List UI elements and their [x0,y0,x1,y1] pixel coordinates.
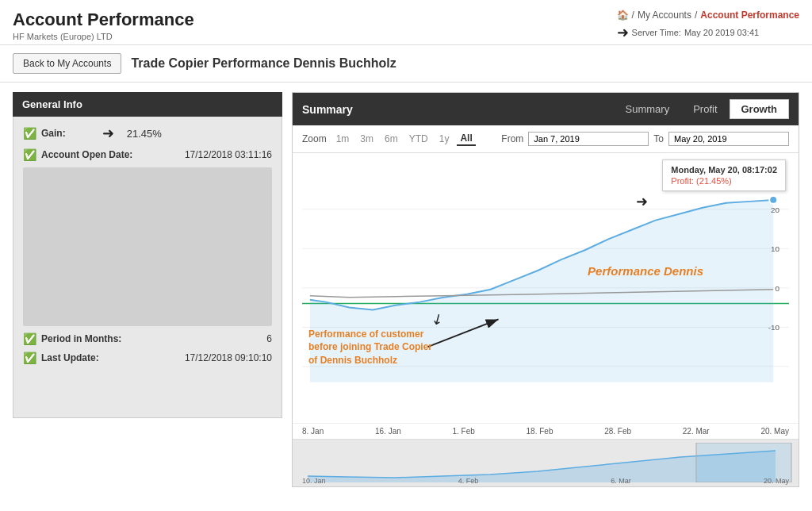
main-content: General Info ✅ Gain: ➜ 21.45% ✅ Account … [0,83,812,497]
toolbar: Back to My Accounts Trade Copier Perform… [0,45,812,83]
from-date-input[interactable] [528,132,649,146]
gain-label: Gain: [41,128,66,139]
zoom-all[interactable]: All [457,132,475,146]
x-label-2: 1. Feb [452,427,474,436]
zoom-bar: Zoom 1m 3m 6m YTD 1y All From To [293,125,799,153]
to-date-input[interactable] [668,132,789,146]
back-button[interactable]: Back to My Accounts [13,53,121,74]
header-right: 🏠 / My Accounts / Account Performance ➜ … [617,10,799,41]
period-check-icon: ✅ [23,332,36,345]
mini-x-2: 6. Mar [611,477,631,485]
general-info-header: General Info [13,92,282,117]
home-icon[interactable]: 🏠 [617,10,629,21]
gain-value: 21.45% [127,128,162,140]
annotation-dennis: Performance Dennis [588,264,703,278]
trade-copier-title: Trade Copier Performance Dennis Buchholz [131,56,396,71]
breadcrumb-sep2: / [695,10,697,21]
info-bottom: ✅ Period in Months: 6 ✅ Last Update: 17/… [23,332,272,364]
breadcrumb-my-accounts[interactable]: My Accounts [638,10,691,21]
breadcrumb-sep1: / [632,10,634,21]
server-time-label: Server Time: [632,28,681,37]
mini-x-labels: 10. Jan 4. Feb 6. Mar 20. May [293,477,799,485]
header-left: Account Performance HF Markets (Europe) … [13,10,194,41]
chart-container: Summary Summary Profit Growth Zoom 1m 3m… [292,92,799,487]
last-update-value: 17/12/2018 09:10:10 [185,352,272,363]
mini-x-0: 10. Jan [302,477,326,485]
chart-header-title: Summary [302,103,353,116]
mini-x-1: 4. Feb [458,477,479,485]
last-update-check-icon: ✅ [23,352,36,364]
chart-header: Summary Summary Profit Growth [293,93,799,125]
tab-summary[interactable]: Summary [614,99,682,119]
x-label-1: 16. Jan [375,427,401,436]
date-range: From To [501,132,789,146]
tooltip-profit: Profit: (21.45%) [671,176,777,186]
gain-arrow-icon: ➜ [102,125,114,142]
svg-point-11 [769,196,777,204]
open-date-label: Account Open Date: [41,149,132,160]
period-value: 6 [266,333,272,344]
open-date-check-icon: ✅ [23,148,36,161]
left-panel: General Info ✅ Gain: ➜ 21.45% ✅ Account … [13,92,282,487]
tooltip-profit-value: (21.45%) [696,176,732,186]
annotation-customer: Performance of customer before joining T… [308,328,435,367]
tooltip-arrow: ➜ [636,193,648,210]
tab-profit[interactable]: Profit [681,99,729,119]
zoom-3m[interactable]: 3m [357,133,377,145]
from-label: From [501,133,523,144]
right-panel: Summary Summary Profit Growth Zoom 1m 3m… [292,92,799,487]
last-update-label: Last Update: [41,352,99,363]
breadcrumb-current: Account Performance [700,10,799,21]
zoom-6m[interactable]: 6m [381,133,401,145]
header-subtitle: HF Markets (Europe) LTD [13,32,194,41]
page-header: Account Performance HF Markets (Europe) … [0,0,812,45]
account-open-date-row: ✅ Account Open Date: 17/12/2018 03:11:16 [23,148,272,161]
mini-x-3: 20. May [764,477,789,485]
period-row: ✅ Period in Months: 6 [23,332,272,345]
tooltip-date: Monday, May 20, 08:17:02 [671,165,777,175]
open-date-value: 17/12/2018 03:11:16 [185,149,272,160]
info-spacer [23,167,272,326]
x-axis-labels: 8. Jan 16. Jan 1. Feb 18. Feb 28. Feb 22… [293,423,799,439]
mini-chart[interactable]: 10. Jan 4. Feb 6. Mar 20. May [293,439,799,486]
gain-check-icon: ✅ [23,127,36,140]
to-label: To [653,133,664,144]
x-label-3: 18. Feb [527,427,553,436]
server-time-value: May 20 2019 03:41 [684,28,759,37]
x-label-5: 22. Mar [683,427,710,436]
zoom-ytd[interactable]: YTD [406,133,431,145]
x-label-4: 28. Feb [604,427,631,436]
gain-row: ✅ Gain: ➜ 21.45% [23,125,272,142]
breadcrumb: 🏠 / My Accounts / Account Performance [617,10,799,21]
x-label-0: 8. Jan [302,427,324,436]
server-time: ➜ Server Time: May 20 2019 03:41 [617,24,799,41]
x-label-6: 20. May [760,427,789,436]
zoom-label: Zoom [302,133,327,144]
zoom-1m[interactable]: 1m [333,133,353,145]
gain-value-container: ➜ 21.45% [102,125,162,142]
chart-area: Monday, May 20, 08:17:02 Profit: (21.45%… [293,153,799,423]
chart-tooltip: Monday, May 20, 08:17:02 Profit: (21.45%… [662,159,786,191]
page-title: Account Performance [13,10,194,30]
arrow-right-icon: ➜ [617,24,629,41]
period-label: Period in Months: [41,333,121,344]
tab-growth[interactable]: Growth [730,99,790,119]
tooltip-profit-label: Profit: [671,176,694,186]
general-info-body: ✅ Gain: ➜ 21.45% ✅ Account Open Date: 17… [13,117,282,418]
last-update-row: ✅ Last Update: 17/12/2018 09:10:10 [23,352,272,364]
chart-tabs: Summary Profit Growth [614,99,789,119]
svg-text:0: 0 [776,284,780,293]
zoom-1y[interactable]: 1y [436,133,453,145]
